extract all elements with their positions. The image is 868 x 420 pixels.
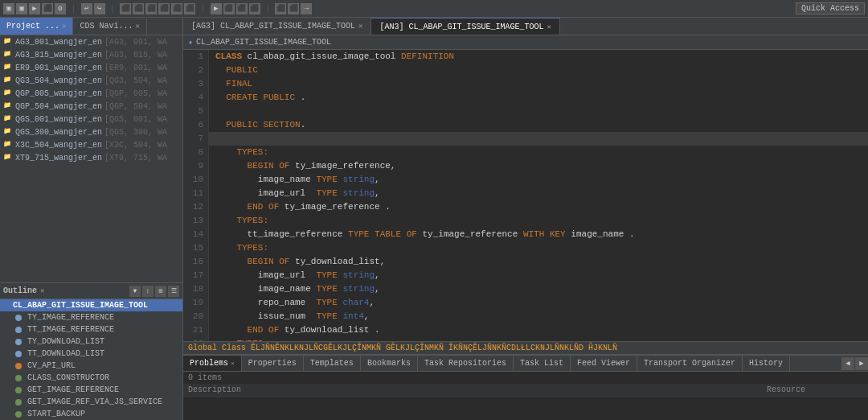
folder-icon: 📁 [3,76,13,85]
quick-access-input[interactable]: Quick Access [796,2,865,14]
line-number: 13 [183,214,209,228]
code-line: 11 image_url TYPE string, [183,187,868,200]
outline-dot-icon [15,327,22,333]
top-toolbar: ▣ ▣ ▶ ⬛ ⚙ | ↩ ↪ | ⬛ ⬛ ⬛ ⬛ ⬛ ⬛ | ▶ ⬛ ⬛ ⬛ … [0,0,868,18]
toolbar-icon-14[interactable]: ▶ [211,3,222,14]
outline-root-label: CL_ABAP_GIT_ISSUE_IMAGE_TOOL [13,301,148,310]
problems-count: 0 items [183,372,868,384]
close-ag3-tab-icon[interactable]: ✕ [358,22,362,31]
close-main-tab-icon[interactable]: ✕ [547,23,551,31]
tab-ag3-file[interactable]: [AG3] CL_ABAP_GIT_ISSUE_IMAGE_TOOL ✕ [183,18,371,35]
outline-item[interactable]: CLASS_CONSTRUCTOR [0,372,182,384]
folder-icon: 📁 [3,153,13,163]
close-tab-icon[interactable]: ✕ [231,360,235,367]
tree-item[interactable]: 📁QG3_504_wangjer_en [QG3, 504, WA [0,74,182,87]
toolbar-icon-13[interactable]: ⬛ [184,3,195,14]
line-number: 1 [183,50,209,64]
bottom-panel-content: 0 items Description Resource [183,372,868,420]
bottom-tab-templates[interactable]: Templates [304,356,361,371]
outline-item[interactable]: GET_IMAGE_REFERENCE [0,384,182,396]
bottom-tab-problems[interactable]: Problems ✕ [183,356,242,371]
tab-project[interactable]: Project ... ✕ [0,18,73,35]
bottom-tab-bookmarks[interactable]: Bookmarks [361,356,418,371]
bottom-tab-history[interactable]: History [743,356,790,371]
toolbar-icon-1[interactable]: ▣ [3,3,14,14]
tree-item[interactable]: 📁AG3_001_wangjer_en [AG3, 001, WA [0,35,182,48]
line-content: image_name TYPE string, [209,282,380,296]
bottom-tab-properties[interactable]: Properties [242,356,304,371]
close-cds-tab-icon[interactable]: ✕ [135,22,139,31]
folder-icon: 📁 [3,140,13,150]
outline-item[interactable]: TT_DOWNLOAD_LIST [0,348,182,360]
toolbar-icon-3[interactable]: ▶ [29,3,40,14]
folder-icon: 📁 [3,63,13,72]
outline-item[interactable]: CV_API_URL [0,360,182,372]
outline-btn-2[interactable]: ↕ [142,286,154,297]
toolbar-icon-20[interactable]: → [301,3,312,14]
line-content: issue_num TYPE int4, [209,310,369,323]
bottom-tab-task-list[interactable]: Task List [514,356,571,371]
code-line: 1CLASS cl_abap_git_issue_image_tool DEFI… [183,50,868,64]
tab-main-file[interactable]: [AN3] CL_ABAP_GIT_ISSUE_IMAGE_TOOL ✕ [371,18,559,35]
line-content: PUBLIC [209,64,258,77]
outline-btn-3[interactable]: ⊞ [155,286,166,297]
outline-item[interactable]: GET_IMAGE_REF_VIA_JS_SERVICE [0,396,182,408]
outline-item[interactable]: TY_DOWNLOAD_LIST [0,336,182,348]
bottom-tab-task-repositories[interactable]: Task Repositories [418,356,514,371]
tree-item[interactable]: 📁QGS_300_wangjer_en [QGS, 300, WA [0,126,182,138]
code-line: 9 BEGIN OF ty_image_reference, [183,159,868,173]
line-content: image_url TYPE string, [209,269,380,282]
outline-item[interactable]: TT_IMAGE_REFERENCE [0,323,182,336]
folder-icon: 📁 [3,89,13,98]
toolbar-icon-12[interactable]: ⬛ [171,3,182,14]
outline-btn-4[interactable]: ☰ [168,286,179,297]
tree-item[interactable]: 📁QGS_001_wangjer_en [QGS, 001, WA [0,113,182,126]
outline-btn-1[interactable]: ▼ [129,286,141,297]
editor-tabs: [AG3] CL_ABAP_GIT_ISSUE_IMAGE_TOOL ✕ [AN… [183,18,868,35]
bottom-tab-transport-organizer[interactable]: Transport Organizer [637,356,743,371]
tab-cds-navigator[interactable]: CDS Navi... ✕ [73,18,146,35]
line-number: 21 [183,323,209,337]
toolbar-icon-8[interactable]: ⬛ [120,3,131,14]
close-outline-icon[interactable]: ✕ [40,286,44,295]
outline-root-item[interactable]: ▼CL_ABAP_GIT_ISSUE_IMAGE_TOOL [0,299,182,311]
tree-item[interactable]: 📁AG3_815_wangjer_en [AG3, 815, WA [0,48,182,61]
close-project-tab-icon[interactable]: ✕ [62,22,66,31]
left-panel: Project ... ✕ CDS Navi... ✕ 📁AG3_001_wan… [0,18,183,420]
outline-item[interactable]: TY_IMAGE_REFERENCE [0,311,182,323]
tree-item[interactable]: 📁QGP_504_wangjer_en [QGP, 504, WA [0,100,182,113]
toolbar-icon-7[interactable]: ↪ [94,3,105,14]
breadcrumb: ⬧ CL_ABAP_GIT_ISSUE_IMAGE_TOOL [183,35,868,50]
tree-item[interactable]: 📁ER9_001_wangjer_en [ER9, 001, WA [0,61,182,74]
toolbar-icon-18[interactable]: ⬛ [275,3,286,14]
line-content: TYPES: [209,214,268,228]
outline-dot-icon [15,315,22,321]
toolbar-icon-5[interactable]: ⚙ [55,3,66,14]
toolbar-icon-19[interactable]: ⬛ [288,3,299,14]
toolbar-icon-11[interactable]: ⬛ [158,3,170,14]
tree-item[interactable]: 📁QGP_005_wangjer_en [QGP, 005, WA [0,87,182,100]
toolbar-icon-2[interactable]: ▣ [16,3,27,14]
toolbar-icon-4[interactable]: ⬛ [42,3,53,14]
outline-dot-icon [15,411,22,418]
nav-prev-btn[interactable]: ◀ [841,357,854,370]
outline-dot-icon [15,351,22,357]
toolbar-icon-9[interactable]: ⬛ [133,3,144,14]
line-content: PUBLIC SECTION. [209,118,305,132]
code-line: 13 TYPES: [183,214,868,228]
bottom-tab-feed-viewer[interactable]: Feed Viewer [571,356,637,371]
nav-next-btn[interactable]: ▶ [855,357,868,370]
outline-item[interactable]: START_BACKUP [0,408,182,420]
toolbar-icon-17[interactable]: ⬛ [249,3,260,14]
tree-item[interactable]: 📁XT9_715_wangjer_en [XT9, 715, WA [0,151,182,164]
toolbar-icon-10[interactable]: ⬛ [145,3,157,14]
main-layout: Project ... ✕ CDS Navi... ✕ 📁AG3_001_wan… [0,18,868,420]
folder-icon: 📁 [3,50,13,60]
code-editor[interactable]: 1CLASS cl_abap_git_issue_image_tool DEFI… [183,50,868,341]
line-content: FINAL [209,77,252,91]
code-line: 18 image_name TYPE string, [183,282,868,296]
toolbar-icon-15[interactable]: ⬛ [223,3,235,14]
toolbar-icon-16[interactable]: ⬛ [236,3,248,14]
toolbar-icon-6[interactable]: ↩ [81,3,92,14]
tree-item[interactable]: 📁X3C_504_wangjer_en [X3C, 504, WA [0,138,182,151]
